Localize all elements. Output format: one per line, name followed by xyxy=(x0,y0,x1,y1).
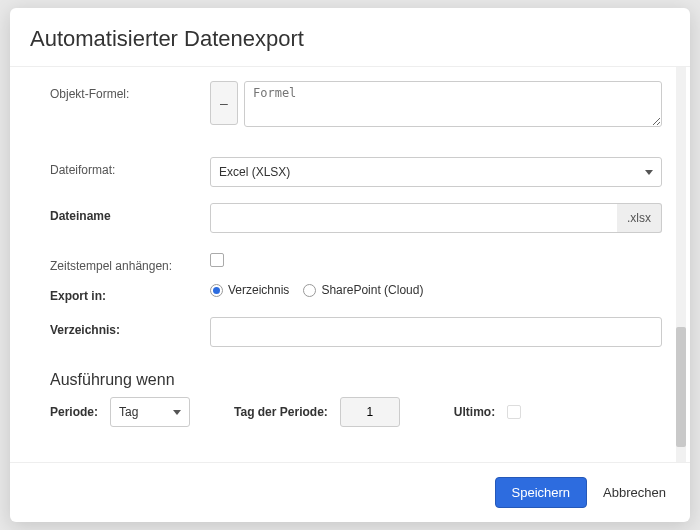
row-timestamp: Zeitstempel anhängen: xyxy=(50,253,662,273)
label-timestamp: Zeitstempel anhängen: xyxy=(50,253,210,273)
radio-sharepoint[interactable] xyxy=(303,284,316,297)
cancel-button[interactable]: Abbrechen xyxy=(599,478,670,507)
export-dialog: Automatisierter Datenexport Objekt-Forme… xyxy=(10,8,690,522)
row-execution: Periode: Tag Tag der Periode: Ultimo: xyxy=(50,397,662,427)
scrollbar-track[interactable] xyxy=(676,67,686,462)
ultimo-checkbox[interactable] xyxy=(507,405,521,419)
section-execution-title: Ausführung wenn xyxy=(50,371,662,389)
row-export-target: Export in: Verzeichnis SharePoint (Cloud… xyxy=(50,283,662,303)
formula-collapse-button[interactable]: – xyxy=(210,81,238,125)
label-export-target: Export in: xyxy=(50,283,210,303)
row-file-name: Dateiname .xlsx xyxy=(50,203,662,233)
period-select[interactable]: Tag xyxy=(110,397,190,427)
export-target-radio-group: Verzeichnis SharePoint (Cloud) xyxy=(210,283,423,297)
radio-directory-label: Verzeichnis xyxy=(228,283,289,297)
label-ultimo: Ultimo: xyxy=(454,405,495,419)
row-directory: Verzeichnis: xyxy=(50,317,662,347)
directory-input[interactable] xyxy=(210,317,662,347)
label-object-formula: Objekt-Formel: xyxy=(50,81,210,101)
row-object-formula: Objekt-Formel: – xyxy=(50,81,662,127)
label-file-name: Dateiname xyxy=(50,203,210,223)
object-formula-input[interactable] xyxy=(244,81,662,127)
dialog-footer: Speichern Abbrechen xyxy=(10,462,690,522)
dialog-title: Automatisierter Datenexport xyxy=(30,26,670,52)
dialog-header: Automatisierter Datenexport xyxy=(10,8,690,67)
label-directory: Verzeichnis: xyxy=(50,317,210,337)
file-name-input[interactable] xyxy=(210,203,625,233)
period-value: Tag xyxy=(119,405,138,419)
timestamp-checkbox[interactable] xyxy=(210,253,224,267)
label-file-format: Dateiformat: xyxy=(50,157,210,177)
dialog-body: Objekt-Formel: – Dateiformat: Excel (XLS… xyxy=(10,67,690,462)
file-format-value: Excel (XLSX) xyxy=(219,165,290,179)
scrollbar-thumb[interactable] xyxy=(676,327,686,447)
chevron-down-icon xyxy=(173,410,181,415)
row-file-format: Dateiformat: Excel (XLSX) xyxy=(50,157,662,187)
chevron-down-icon xyxy=(645,170,653,175)
label-period: Periode: xyxy=(50,405,98,419)
save-button[interactable]: Speichern xyxy=(495,477,588,508)
radio-sharepoint-label: SharePoint (Cloud) xyxy=(321,283,423,297)
file-format-select[interactable]: Excel (XLSX) xyxy=(210,157,662,187)
radio-item-sharepoint[interactable]: SharePoint (Cloud) xyxy=(303,283,423,297)
radio-item-directory[interactable]: Verzeichnis xyxy=(210,283,289,297)
file-extension-addon: .xlsx xyxy=(617,203,662,233)
day-of-period-input[interactable] xyxy=(340,397,400,427)
radio-directory[interactable] xyxy=(210,284,223,297)
label-day-of-period: Tag der Periode: xyxy=(234,405,328,419)
